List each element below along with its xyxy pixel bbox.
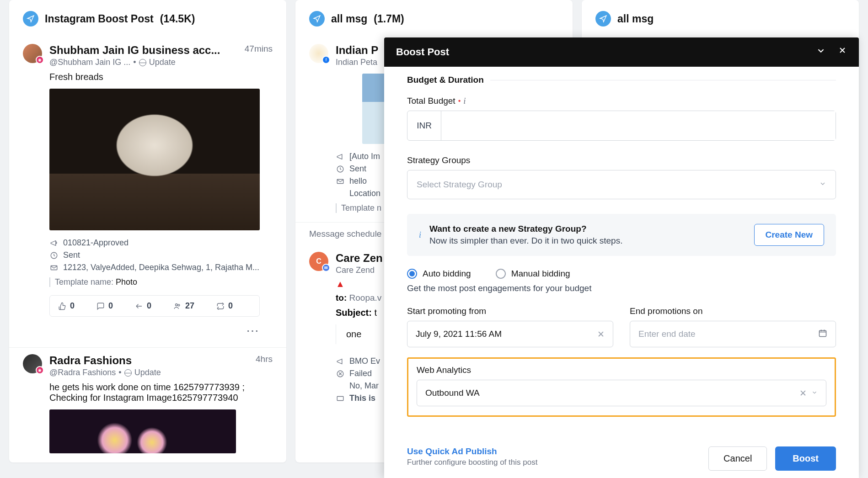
column-header: all msg [582,0,859,37]
clear-icon[interactable]: ✕ [799,388,807,398]
column-title: all msg [617,13,654,25]
post-card[interactable]: ◉ Shubham Jain IG business acc... @Shubh… [9,37,286,347]
quick-ad-publish-link[interactable]: Use Quick Ad Publish [407,446,537,457]
column-icon [595,11,611,27]
boost-button[interactable]: Boost [775,446,836,471]
svg-rect-8 [820,330,826,336]
post-body: he gets his work done on time 1625797773… [49,382,273,403]
create-new-button[interactable]: Create New [754,224,825,246]
column-icon [309,11,325,27]
instagram-badge-icon: ◉ [36,366,44,374]
chevron-down-icon [819,180,826,190]
column-instagram-boost: Instagram Boost Post (14.5K) ◉ Shubham J… [9,0,286,462]
sent-icon [336,165,345,173]
minimize-icon[interactable] [816,46,826,58]
megaphone-icon [336,153,345,161]
svg-rect-7 [337,396,343,400]
globe-icon [139,59,146,66]
post-meta-lines: 010821-Approved Sent 12123, ValyeAdded, … [49,237,273,274]
post-image[interactable] [49,89,260,230]
section-budget-duration: Budget & Duration [407,75,836,85]
post-author[interactable]: Radra Fashions [49,354,248,367]
megaphone-icon [49,239,59,247]
avatar[interactable]: f [309,44,328,63]
total-budget-input[interactable]: INR [407,111,836,141]
info-icon: i [419,230,421,240]
start-date-input[interactable]: July 9, 2021 11:56 AM ✕ [407,321,613,347]
strategy-group-select[interactable]: Select Strategy Group [407,170,836,199]
end-date-input[interactable]: Enter end date [630,321,836,347]
clear-icon[interactable]: ✕ [597,329,605,340]
message-badge-icon: ✉ [322,264,330,272]
currency-label: INR [407,111,441,140]
cancel-button[interactable]: Cancel [708,446,767,471]
end-date-label: End promotions on [630,306,836,316]
megaphone-icon [336,357,345,366]
post-time: 47mins [245,44,273,54]
post-subline: @Radra Fashions • Update [49,368,248,377]
column-title: Instagram Boost Post [45,13,154,25]
globe-icon [124,369,132,377]
radio-checked-icon [407,269,417,279]
start-date-label: Start promoting from [407,306,613,316]
failed-icon [336,370,345,378]
stats-bar: 0 0 0 27 0 [49,295,260,317]
svg-point-2 [176,303,178,306]
avatar[interactable]: ◉ [23,354,42,373]
web-analytics-label: Web Analytics [417,365,826,375]
manual-bidding-radio[interactable]: Manual bidding [496,269,570,279]
modal-header: Boost Post [384,37,859,67]
envelope-icon [336,394,345,403]
post-time: 4hrs [256,354,273,364]
column-count: (14.5K) [160,13,195,25]
post-author[interactable]: Shubham Jain IG business acc... [49,44,237,57]
column-header: all msg (1.7M) [295,0,573,37]
group-stat[interactable]: 27 [173,301,194,311]
share-stat[interactable]: 0 [135,301,151,311]
modal-title: Boost Post [396,46,449,58]
modal-body: Budget & Duration Total Budget • i INR S… [384,67,859,440]
like-stat[interactable]: 0 [58,301,75,311]
sent-icon [49,251,59,260]
post-handle: @Shubham Jain IG ... [49,58,130,67]
column-title: all msg [331,13,367,25]
web-analytics-section: Web Analytics Outbound WA ✕ [407,357,836,417]
total-budget-label: Total Budget • i [407,96,836,106]
repost-stat[interactable]: 0 [216,301,233,311]
post-update-label: Update [149,58,176,67]
avatar[interactable]: C ✉ [309,252,328,271]
avatar[interactable]: ◉ [23,44,42,63]
post-image[interactable] [49,409,236,453]
more-menu-icon[interactable]: ⋯ [49,323,260,338]
bidding-radio-group: Auto bidding Manual bidding [407,269,836,279]
post-body: Fresh breads [49,72,273,82]
envelope-icon [49,264,59,272]
radio-unchecked-icon [496,269,506,279]
budget-amount-field[interactable] [441,111,836,140]
column-icon [23,11,38,27]
svg-point-3 [178,304,180,306]
close-icon[interactable] [838,46,847,58]
calendar-icon[interactable] [818,329,827,340]
one-box: one [336,324,381,344]
instagram-badge-icon: ◉ [36,56,44,64]
comment-stat[interactable]: 0 [96,301,113,311]
envelope-icon [336,177,345,186]
bidding-help-text: Get the most post engagements for your b… [407,283,836,293]
strategy-groups-label: Strategy Groups [407,155,836,165]
template-row: Template name: Photo [49,277,273,287]
quick-ad-sub: Further configure boosting of this post [407,458,537,467]
auto-bidding-radio[interactable]: Auto bidding [407,269,471,279]
column-header: Instagram Boost Post (14.5K) [9,0,286,37]
post-subline: @Shubham Jain IG ... • Update [49,58,237,67]
strategy-info-banner: i Want to create a new Strategy Group? N… [407,214,836,256]
web-analytics-select[interactable]: Outbound WA ✕ [417,380,826,406]
column-count: (1.7M) [374,13,404,25]
boost-post-modal: Boost Post Budget & Duration Total Budge… [384,37,859,478]
info-icon[interactable]: i [463,96,466,106]
modal-footer: Use Quick Ad Publish Further configure b… [384,440,859,478]
chevron-down-icon[interactable] [811,388,818,398]
post-card[interactable]: ◉ Radra Fashions @Radra Fashions • Updat… [9,347,286,462]
facebook-badge-icon: f [322,56,330,64]
